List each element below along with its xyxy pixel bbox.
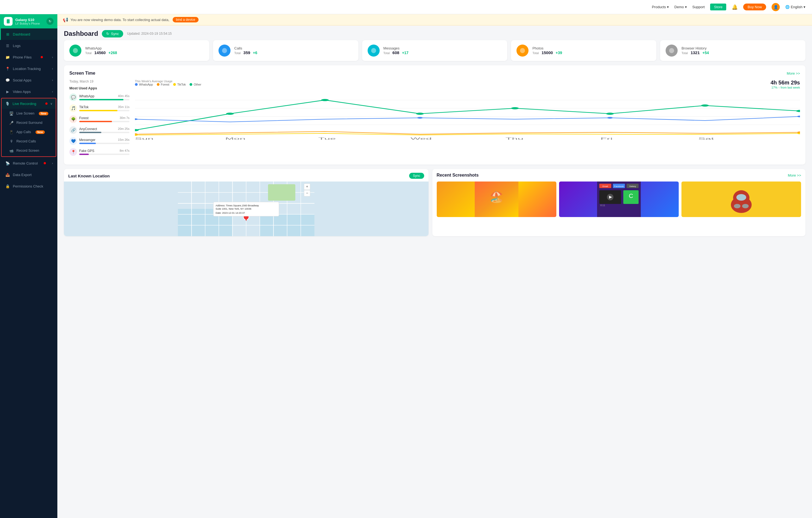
screenshot-1[interactable]: 🏖️ [437,182,556,217]
svg-text:🏖️: 🏖️ [490,190,503,203]
sidebar-item-video-apps[interactable]: ▶ Video Apps [0,86,57,97]
dashboard-icon: ⊞ [5,32,10,37]
app-bar [79,99,123,100]
sync-button[interactable]: ↻ Sync [102,30,123,37]
screen-time-title: Screen Time [69,71,95,76]
stat-card-calls[interactable]: Calls Total 359 +6 [213,40,358,61]
app-icon: 💙 [69,137,77,145]
app-time: 8m 47s [120,149,129,153]
legend-dot [135,83,138,86]
svg-text:Facebook: Facebook [614,185,624,188]
language-selector[interactable]: 🌐 English [785,5,806,9]
app-name: Forest [79,116,88,120]
svg-point-2 [73,48,78,53]
device-phone-icon [4,17,12,26]
stat-card-whatsapp[interactable]: WhatsApp Total 14560 +268 [64,40,209,61]
video-apps-icon: ▶ [5,89,10,94]
stat-icon [69,45,81,57]
location-card: Last Known Location Sync [64,169,429,236]
app-row-messenger: 💙 Messenger 15m 26s [69,137,129,145]
buynow-button[interactable]: Buy Now [743,4,766,10]
screenshot-3[interactable] [682,182,801,217]
svg-text:−: − [306,191,308,195]
stat-name: WhatsApp [85,46,204,50]
app-name: Messenger [79,138,95,142]
chart-meta: This Week's Average Usage WhatsApp Fores… [135,80,800,89]
bell-icon[interactable]: 🔔 [732,4,738,10]
screenshots-more-link[interactable]: More >> [788,173,801,178]
screen-time-more-link[interactable]: More >> [787,71,800,76]
logs-icon: ☰ [5,43,10,48]
svg-point-3 [222,48,227,53]
app-bar [79,121,112,122]
location-sync-button[interactable]: Sync [409,173,424,179]
sidebar-item-remote-control[interactable]: 📡 Remote Control [0,158,57,169]
chart-total: 4h 56m 29s 17% ↑ from last week [771,80,800,89]
stat-icon [517,45,528,57]
store-button[interactable]: Store [710,4,726,10]
bind-device-button[interactable]: bind a device [173,17,199,22]
sidebar-item-app-calls[interactable]: 📱 App Calls New [2,127,56,137]
svg-text:Tue: Tue [318,137,336,140]
live-screen-new-badge: New [39,112,48,115]
device-sync-icon[interactable]: ↻ [47,18,54,25]
stat-name: Messages [383,46,502,50]
app-bar [79,132,101,133]
sidebar-item-logs[interactable]: ☰ Logs [0,40,57,51]
app-row-forest: 🌳 Forest 30m 7s [69,115,129,123]
sidebar-item-phone-files[interactable]: 📁 Phone Files [0,51,57,63]
screenshot-2[interactable]: Email Facebook Galaxy ▶ 0:11 C [559,182,679,217]
social-apps-icon: 💬 [5,78,10,83]
sidebar-item-record-screen[interactable]: 📹 Record Screen [2,146,56,155]
app-icon: 💬 [69,93,77,101]
app-row-fake-gps: 📍 Fake GPS 8m 47s [69,148,129,156]
app-time: 30m 7s [120,116,129,120]
sidebar-item-record-surround[interactable]: 🎤 Record Surround [2,118,56,127]
record-screen-icon: 📹 [9,148,13,153]
stat-card-messages[interactable]: Messages Total 608 +17 [362,40,508,61]
svg-point-20 [135,118,138,120]
warning-icon: 📢 [63,17,68,22]
screenshots-grid: 🏖️ Email Facebook Galaxy [437,182,801,217]
sidebar-item-record-calls[interactable]: 🎙 Record Calls [2,137,56,146]
live-recording-subitems: 🖥️ Live Screen New 🎤 Record Surround 📱 A… [2,109,56,156]
location-arrow-icon [52,67,53,70]
sidebar-item-social-apps[interactable]: 💬 Social Apps [0,74,57,86]
stat-card-photos[interactable]: Photos Total 15000 +39 [511,40,656,61]
svg-text:Wed: Wed [410,137,432,140]
legend-item-other: Other [190,83,201,86]
svg-text:+: + [306,184,308,189]
data-export-icon: 📤 [5,172,10,177]
screen-time-body: Today, March 19 Most Used Apps 💬 WhatsAp… [69,80,800,159]
svg-point-81 [742,204,749,208]
record-surround-icon: 🎤 [9,120,13,125]
sidebar-section-live-recording: 🎙️ Live Recording ∨ 🖥️ Live Screen New 🎤… [1,98,56,157]
bottom-row: Last Known Location Sync [57,169,812,241]
stat-name: Browser History [682,46,800,50]
sidebar-item-live-screen[interactable]: 🖥️ Live Screen New [2,109,56,118]
svg-text:Sun: Sun [135,137,153,140]
location-icon: 📍 [5,66,10,71]
sidebar-item-data-export[interactable]: 📤 Data Export [0,169,57,181]
user-avatar[interactable]: 👤 [772,3,780,11]
most-used-title: Most Used Apps [69,86,129,90]
svg-point-13 [226,113,234,115]
svg-text:Fri: Fri [601,137,613,140]
sidebar-item-live-recording[interactable]: 🎙️ Live Recording ∨ [2,99,56,109]
sidebar-item-dashboard[interactable]: ⊞ Dashboard [0,28,57,40]
nav-products[interactable]: Products [652,5,669,9]
sidebar-item-permissions-check[interactable]: 🔒 Permissions Check [0,181,57,192]
svg-point-14 [321,99,329,101]
svg-point-5 [520,48,525,53]
stat-card-browser-history[interactable]: Browser History Total 1321 +54 [660,40,806,61]
screen-time-chart: Sun Mon Tue Wed Thu Fri Sat [135,92,800,141]
screenshots-header: Recent Screenshots More >> [437,173,801,178]
remote-control-dot [44,162,46,164]
device-header[interactable]: Galaxy S10 Lil' Bobby's Phone ↻ [0,14,57,28]
app-bar [79,154,89,155]
legend-dot [157,83,160,86]
nav-demo[interactable]: Demo [674,5,687,9]
sidebar-item-location-tracking[interactable]: 📍 Location Tracking [0,63,57,74]
nav-support[interactable]: Support [692,5,705,9]
svg-text:Mon: Mon [225,137,245,140]
